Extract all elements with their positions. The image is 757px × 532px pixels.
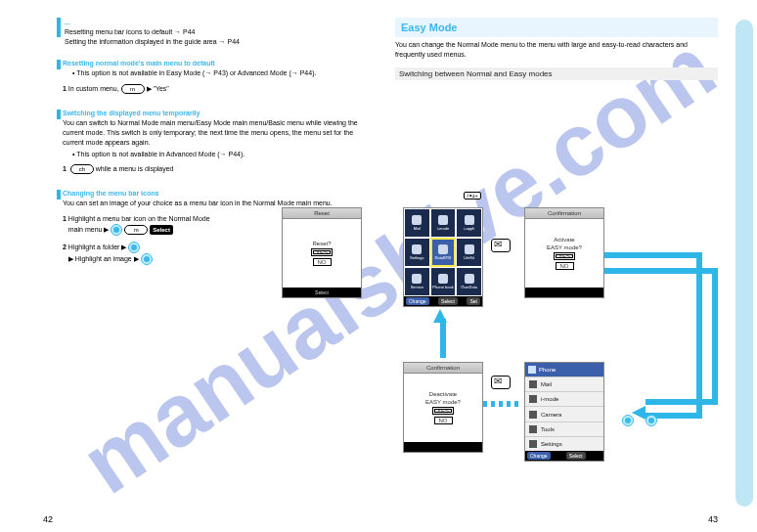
deactivate-no-button[interactable]: NO [434,417,453,424]
camera-icon [529,411,537,419]
grid-databox[interactable]: DataBOX [430,238,457,267]
section1-step: 1 In custom menu, m ▶ "Yes" [63,84,376,94]
activate-line1: Activate [554,237,574,243]
arrowhead-up-icon [433,309,447,323]
section2-step: 1 ch while a menu is displayed [63,164,376,174]
menu-key-icon: ﾒﾆｭｰ [464,192,481,200]
switching-subhead: Switching between Normal and Easy modes [395,67,718,80]
softkey-select: Select [566,452,586,460]
dial-icon [128,242,140,253]
easy-item-imode[interactable]: i-mode [525,391,603,406]
page-number-left: 42 [43,514,53,524]
phone-icon [528,366,536,374]
dial-icon [111,224,122,236]
reset-dialog-screenshot: Reset Reset? YES NO Select [282,207,362,298]
imode-icon [529,395,537,403]
reset-yes-button[interactable]: YES [311,248,333,256]
section2-title: Switching the displayed menu temporarily [63,110,376,116]
softkey-select: Select [438,297,458,305]
settings-icon [529,440,537,448]
section3-title: Changing the menu bar icons [63,190,376,197]
section1-title: Resetting normal mode's main menu to def… [63,60,376,66]
flow-arrow [604,252,702,258]
softkey-center: Select [315,289,329,295]
normal-menu-grid: Mail i-mode i-αppli Settings DataBOX Lif… [404,208,482,296]
continuing-ops: ... Resetting menu bar icons to default … [65,18,376,46]
reset-prompt: Reset? [312,241,331,246]
easy-item-camera[interactable]: Camera [525,406,603,421]
flow-arrow [712,268,718,405]
flow-arrow-dotted [483,401,522,407]
easy-item-settings[interactable]: Settings [525,436,603,451]
mail-key-icon: m [121,84,145,94]
grid-phonebook[interactable]: Phone book [430,267,457,296]
mail-key-icon [491,239,511,252]
grid-service[interactable]: Service [404,267,430,296]
right-tab-bar [735,20,753,507]
activate-yes-button[interactable]: YES [554,252,575,260]
normal-menu-screenshot: Mail i-mode i-αppli Settings DataBOX Lif… [403,207,483,307]
deactivate-yes-button[interactable]: YES [432,407,454,415]
dial-icon [141,253,153,265]
deactivate-title: Confirmation [404,363,482,374]
reset-dialog-title: Reset [283,208,361,219]
activate-line2: EASY mode? [547,244,582,250]
mail-key-icon: m [124,225,148,235]
op-link-2: Setting the information displayed in the… [65,37,376,47]
dial-icon [646,415,657,426]
flow-arrow [696,252,702,419]
grid-owndata[interactable]: OwnData [456,267,482,296]
deactivate-line1: Deactivate [429,391,457,397]
softkey-change: Change [527,452,551,460]
mail-key-icon [491,376,511,389]
mail-icon [529,380,537,388]
activate-confirm-screenshot: Confirmation Activate EASY mode? YES NO [524,207,604,298]
deactivate-confirm-screenshot: Confirmation Deactivate EASY mode? YES N… [403,362,483,453]
grid-imode[interactable]: i-mode [430,208,457,238]
softkey-set: Set [467,297,480,305]
select-badge: Select [150,225,173,235]
easy-menu-header: Phone [525,363,603,377]
ch-key-icon: ch [70,164,94,174]
flow-arrow [440,319,446,358]
easy-mode-lead: You can change the Normal Mode menu to t… [395,40,718,60]
section1-bullet: • This option is not available in Easy M… [72,68,376,78]
dial-icon [622,415,634,426]
page: manualshive.com ... Resetting menu bar i… [0,0,757,532]
easy-item-mail[interactable]: Mail [525,377,603,391]
op-link-1: Resetting menu bar icons to default → P4… [65,27,376,37]
reset-no-button[interactable]: NO [313,258,332,266]
arrowhead-left-icon [632,406,646,420]
easy-menu-screenshot: Phone Mail i-mode Camera Tools Settings … [524,362,604,462]
right-column: Easy Mode You can change the Normal Mode… [395,18,718,86]
page-number-right: 43 [708,514,718,524]
grid-lifekit[interactable]: LifeKit [456,238,482,267]
flow-arrow [604,268,718,274]
easy-mode-heading: Easy Mode [395,18,718,37]
deactivate-line2: EASY mode? [425,399,461,405]
softkey-change: Change [406,297,429,305]
section2-body: You can switch to Normal Mode main menu/… [63,118,376,147]
grid-mail[interactable]: Mail [404,208,430,238]
grid-settings[interactable]: Settings [404,238,430,267]
section2-bullet: • This option is not available in Advanc… [72,150,376,159]
flow-arrow [646,399,718,405]
activate-title: Confirmation [525,208,603,219]
grid-iappli[interactable]: i-αppli [456,208,482,238]
tools-icon [529,425,537,433]
easy-item-tools[interactable]: Tools [525,421,603,436]
activate-no-button[interactable]: NO [556,262,574,270]
